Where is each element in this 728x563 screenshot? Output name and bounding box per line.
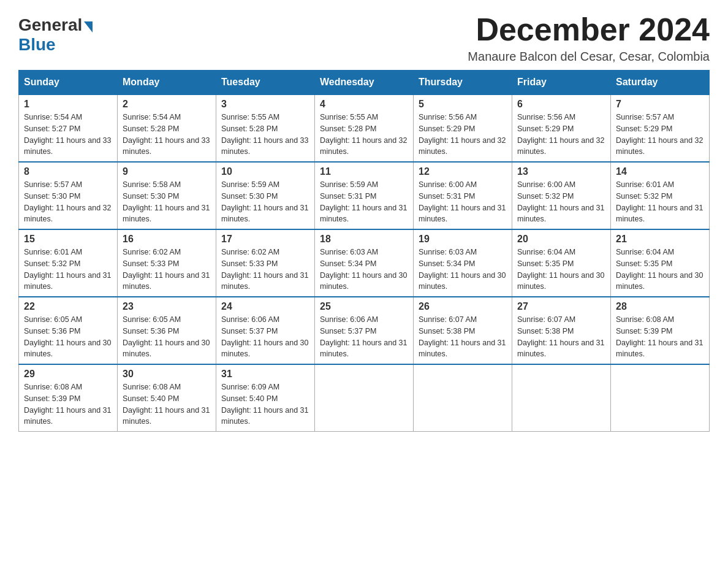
day-info: Sunrise: 6:01 AMSunset: 5:32 PMDaylight:…	[616, 180, 703, 223]
day-number: 31	[221, 369, 309, 380]
calendar-cell	[611, 364, 710, 432]
calendar-cell: 16 Sunrise: 6:02 AMSunset: 5:33 PMDaylig…	[118, 229, 216, 297]
calendar-cell: 14 Sunrise: 6:01 AMSunset: 5:32 PMDaylig…	[611, 162, 710, 229]
calendar-cell: 8 Sunrise: 5:57 AMSunset: 5:30 PMDayligh…	[19, 162, 118, 229]
day-info: Sunrise: 6:07 AMSunset: 5:38 PMDaylight:…	[517, 315, 604, 358]
day-info: Sunrise: 6:03 AMSunset: 5:34 PMDaylight:…	[419, 248, 506, 291]
day-info: Sunrise: 6:09 AMSunset: 5:40 PMDaylight:…	[221, 383, 308, 426]
calendar-cell: 3 Sunrise: 5:55 AMSunset: 5:28 PMDayligh…	[216, 94, 315, 162]
day-number: 9	[123, 166, 211, 177]
calendar-cell	[315, 364, 414, 432]
day-number: 22	[24, 301, 112, 312]
day-number: 21	[616, 234, 704, 245]
calendar-week-row: 15 Sunrise: 6:01 AMSunset: 5:32 PMDaylig…	[19, 229, 710, 297]
calendar-cell: 15 Sunrise: 6:01 AMSunset: 5:32 PMDaylig…	[19, 229, 118, 297]
calendar-cell: 24 Sunrise: 6:06 AMSunset: 5:37 PMDaylig…	[216, 297, 315, 364]
day-info: Sunrise: 6:01 AMSunset: 5:32 PMDaylight:…	[24, 248, 111, 291]
calendar-cell: 28 Sunrise: 6:08 AMSunset: 5:39 PMDaylig…	[611, 297, 710, 364]
day-number: 3	[221, 99, 309, 110]
day-number: 17	[221, 234, 309, 245]
day-number: 30	[123, 369, 211, 380]
logo: General Blue	[18, 12, 93, 55]
calendar-week-row: 22 Sunrise: 6:05 AMSunset: 5:36 PMDaylig…	[19, 297, 710, 364]
calendar-cell: 1 Sunrise: 5:54 AMSunset: 5:27 PMDayligh…	[19, 94, 118, 162]
calendar-cell: 13 Sunrise: 6:00 AMSunset: 5:32 PMDaylig…	[512, 162, 611, 229]
day-number: 19	[419, 234, 507, 245]
day-info: Sunrise: 5:57 AMSunset: 5:29 PMDaylight:…	[616, 113, 703, 156]
col-header-friday: Friday	[512, 71, 611, 95]
calendar-cell: 10 Sunrise: 5:59 AMSunset: 5:30 PMDaylig…	[216, 162, 315, 229]
day-info: Sunrise: 6:08 AMSunset: 5:39 PMDaylight:…	[616, 315, 703, 358]
calendar-cell: 4 Sunrise: 5:55 AMSunset: 5:28 PMDayligh…	[315, 94, 414, 162]
day-info: Sunrise: 6:04 AMSunset: 5:35 PMDaylight:…	[616, 248, 703, 291]
calendar-cell: 22 Sunrise: 6:05 AMSunset: 5:36 PMDaylig…	[19, 297, 118, 364]
day-info: Sunrise: 5:56 AMSunset: 5:29 PMDaylight:…	[517, 113, 604, 156]
col-header-wednesday: Wednesday	[315, 71, 414, 95]
calendar-cell: 20 Sunrise: 6:04 AMSunset: 5:35 PMDaylig…	[512, 229, 611, 297]
day-number: 15	[24, 234, 112, 245]
day-number: 26	[419, 301, 507, 312]
day-info: Sunrise: 6:02 AMSunset: 5:33 PMDaylight:…	[123, 248, 210, 291]
calendar-table: SundayMondayTuesdayWednesdayThursdayFrid…	[18, 70, 710, 432]
logo-blue-text: Blue	[18, 35, 56, 55]
calendar-cell: 21 Sunrise: 6:04 AMSunset: 5:35 PMDaylig…	[611, 229, 710, 297]
day-info: Sunrise: 5:55 AMSunset: 5:28 PMDaylight:…	[221, 113, 308, 156]
calendar-week-row: 29 Sunrise: 6:08 AMSunset: 5:39 PMDaylig…	[19, 364, 710, 432]
day-info: Sunrise: 5:54 AMSunset: 5:28 PMDaylight:…	[123, 113, 210, 156]
calendar-cell: 27 Sunrise: 6:07 AMSunset: 5:38 PMDaylig…	[512, 297, 611, 364]
day-info: Sunrise: 6:05 AMSunset: 5:36 PMDaylight:…	[123, 315, 210, 358]
calendar-cell: 30 Sunrise: 6:08 AMSunset: 5:40 PMDaylig…	[118, 364, 216, 432]
calendar-cell: 19 Sunrise: 6:03 AMSunset: 5:34 PMDaylig…	[414, 229, 512, 297]
day-info: Sunrise: 6:05 AMSunset: 5:36 PMDaylight:…	[24, 315, 111, 358]
day-info: Sunrise: 6:03 AMSunset: 5:34 PMDaylight:…	[320, 248, 407, 291]
day-number: 5	[419, 99, 507, 110]
calendar-cell: 26 Sunrise: 6:07 AMSunset: 5:38 PMDaylig…	[414, 297, 512, 364]
day-number: 25	[320, 301, 408, 312]
day-number: 14	[616, 166, 704, 177]
calendar-cell: 9 Sunrise: 5:58 AMSunset: 5:30 PMDayligh…	[118, 162, 216, 229]
col-header-sunday: Sunday	[19, 71, 118, 95]
day-info: Sunrise: 6:08 AMSunset: 5:40 PMDaylight:…	[123, 383, 210, 426]
calendar-cell: 17 Sunrise: 6:02 AMSunset: 5:33 PMDaylig…	[216, 229, 315, 297]
day-info: Sunrise: 5:56 AMSunset: 5:29 PMDaylight:…	[419, 113, 506, 156]
day-info: Sunrise: 6:06 AMSunset: 5:37 PMDaylight:…	[320, 315, 407, 358]
calendar-week-row: 8 Sunrise: 5:57 AMSunset: 5:30 PMDayligh…	[19, 162, 710, 229]
calendar-cell: 5 Sunrise: 5:56 AMSunset: 5:29 PMDayligh…	[414, 94, 512, 162]
day-info: Sunrise: 6:06 AMSunset: 5:37 PMDaylight:…	[221, 315, 308, 358]
col-header-saturday: Saturday	[611, 71, 710, 95]
calendar-header-row: SundayMondayTuesdayWednesdayThursdayFrid…	[19, 71, 710, 95]
day-info: Sunrise: 5:58 AMSunset: 5:30 PMDaylight:…	[123, 180, 210, 223]
day-info: Sunrise: 6:07 AMSunset: 5:38 PMDaylight:…	[419, 315, 506, 358]
day-number: 28	[616, 301, 704, 312]
day-info: Sunrise: 5:59 AMSunset: 5:30 PMDaylight:…	[221, 180, 308, 223]
day-number: 16	[123, 234, 211, 245]
day-number: 20	[517, 234, 605, 245]
calendar-cell: 25 Sunrise: 6:06 AMSunset: 5:37 PMDaylig…	[315, 297, 414, 364]
day-info: Sunrise: 6:08 AMSunset: 5:39 PMDaylight:…	[24, 383, 111, 426]
day-info: Sunrise: 5:57 AMSunset: 5:30 PMDaylight:…	[24, 180, 111, 223]
day-info: Sunrise: 6:04 AMSunset: 5:35 PMDaylight:…	[517, 248, 604, 291]
day-number: 29	[24, 369, 112, 380]
month-title: December 2024	[468, 12, 710, 47]
day-number: 6	[517, 99, 605, 110]
day-number: 8	[24, 166, 112, 177]
page-header: General Blue December 2024 Manaure Balco…	[18, 12, 710, 64]
calendar-cell: 12 Sunrise: 6:00 AMSunset: 5:31 PMDaylig…	[414, 162, 512, 229]
day-number: 18	[320, 234, 408, 245]
calendar-cell: 18 Sunrise: 6:03 AMSunset: 5:34 PMDaylig…	[315, 229, 414, 297]
col-header-thursday: Thursday	[414, 71, 512, 95]
day-number: 13	[517, 166, 605, 177]
day-number: 4	[320, 99, 408, 110]
day-number: 27	[517, 301, 605, 312]
day-info: Sunrise: 5:59 AMSunset: 5:31 PMDaylight:…	[320, 180, 407, 223]
day-number: 24	[221, 301, 309, 312]
day-number: 10	[221, 166, 309, 177]
calendar-cell: 6 Sunrise: 5:56 AMSunset: 5:29 PMDayligh…	[512, 94, 611, 162]
day-number: 7	[616, 99, 704, 110]
calendar-cell: 31 Sunrise: 6:09 AMSunset: 5:40 PMDaylig…	[216, 364, 315, 432]
logo-general-text: General	[18, 15, 82, 35]
calendar-week-row: 1 Sunrise: 5:54 AMSunset: 5:27 PMDayligh…	[19, 94, 710, 162]
day-info: Sunrise: 6:00 AMSunset: 5:31 PMDaylight:…	[419, 180, 506, 223]
calendar-cell: 2 Sunrise: 5:54 AMSunset: 5:28 PMDayligh…	[118, 94, 216, 162]
col-header-monday: Monday	[118, 71, 216, 95]
